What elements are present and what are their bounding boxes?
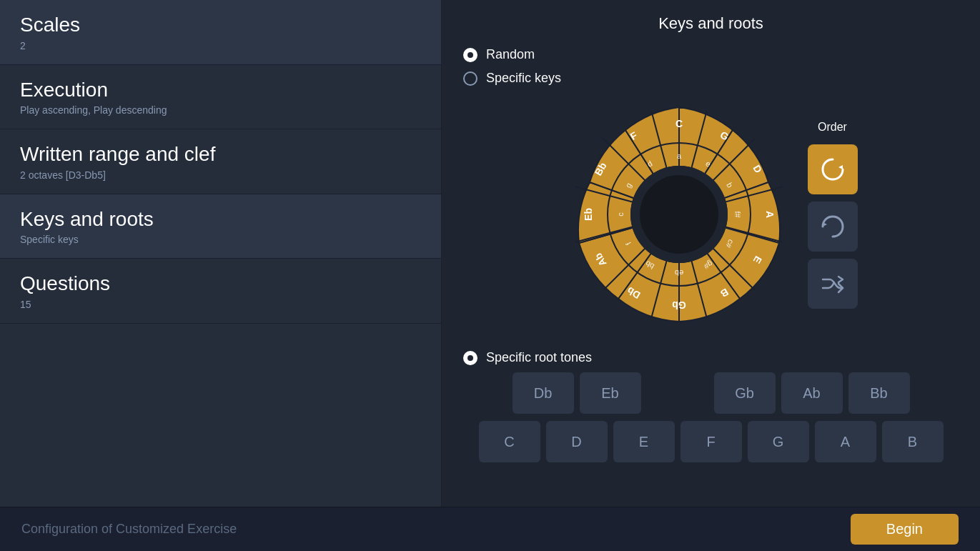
sidebar-execution-subtitle: Play ascending, Play descending	[20, 104, 421, 116]
radio-specific-indicator	[463, 71, 477, 86]
circle-of-fifths[interactable]: C G D A E B Gb Db	[565, 100, 793, 329]
radio-random-indicator	[463, 48, 477, 62]
sidebar-keys-title: Keys and roots	[20, 207, 421, 232]
tone-btn-ab[interactable]: Ab	[781, 372, 843, 414]
root-tones-row1: Db Eb Gb Ab Bb	[463, 372, 959, 414]
sidebar-item-questions[interactable]: Questions 15	[0, 259, 441, 324]
tone-btn-gb[interactable]: Gb	[714, 372, 776, 414]
sidebar-item-scales[interactable]: Scales 2	[0, 0, 441, 65]
order-panel: Order	[808, 121, 858, 309]
radio-specific-label: Specific keys	[486, 71, 561, 86]
svg-text:eb: eb	[674, 269, 683, 277]
radio-random-label: Random	[486, 47, 535, 62]
order-label: Order	[818, 121, 847, 134]
radio-random[interactable]: Random	[463, 47, 959, 62]
sidebar-item-written-range[interactable]: Written range and clef 2 octaves [D3-Db5…	[0, 129, 441, 194]
svg-text:Gb: Gb	[672, 299, 685, 311]
svg-text:a: a	[676, 152, 681, 160]
sidebar-scales-title: Scales	[20, 13, 421, 37]
sidebar-written-subtitle: 2 octaves [D3-Db5]	[20, 169, 421, 181]
radio-specific-root[interactable]: Specific root tones	[463, 350, 959, 365]
tone-btn-f[interactable]: F	[680, 421, 742, 462]
sidebar-questions-subtitle: 15	[20, 299, 421, 310]
tone-btn-db[interactable]: Db	[513, 372, 574, 414]
svg-text:Eb: Eb	[583, 208, 594, 221]
config-label: Configuration of Customized Exercise	[21, 522, 237, 537]
tone-btn-c[interactable]: C	[479, 421, 540, 462]
tone-btn-e[interactable]: E	[613, 421, 675, 462]
radio-root-label: Specific root tones	[486, 350, 592, 365]
tone-btn-a[interactable]: A	[815, 421, 876, 462]
sidebar: Scales 2 Execution Play ascending, Play …	[0, 0, 442, 507]
tone-btn-eb[interactable]: Eb	[580, 372, 641, 414]
circle-and-order-container: C G D A E B Gb Db	[463, 100, 959, 329]
svg-text:c: c	[616, 212, 625, 217]
begin-button[interactable]: Begin	[851, 514, 959, 545]
sidebar-keys-subtitle: Specific keys	[20, 234, 421, 245]
panel-title: Keys and roots	[463, 14, 959, 33]
tone-btn-bb[interactable]: Bb	[848, 372, 910, 414]
radio-group: Random Specific keys	[463, 47, 959, 86]
tone-btn-d[interactable]: D	[546, 421, 608, 462]
sidebar-execution-title: Execution	[20, 78, 421, 102]
root-tones-row2: C D E F G A B	[463, 421, 959, 462]
order-forward-button[interactable]	[808, 144, 858, 194]
bottom-bar: Configuration of Customized Exercise Beg…	[0, 507, 980, 551]
radio-specific[interactable]: Specific keys	[463, 71, 959, 86]
right-panel: Keys and roots Random Specific keys	[442, 0, 980, 507]
svg-text:A: A	[764, 211, 776, 218]
svg-point-41	[640, 175, 718, 254]
tone-btn-b[interactable]: B	[882, 421, 944, 462]
svg-text:C: C	[675, 118, 682, 129]
sidebar-item-keys-roots[interactable]: Keys and roots Specific keys	[0, 194, 441, 259]
sidebar-written-title: Written range and clef	[20, 142, 421, 167]
svg-marker-43	[823, 222, 827, 227]
svg-marker-42	[838, 165, 843, 169]
order-backward-button[interactable]	[808, 202, 858, 252]
sidebar-questions-title: Questions	[20, 272, 421, 296]
svg-text:f#: f#	[733, 211, 742, 218]
order-shuffle-button[interactable]	[808, 259, 858, 309]
sidebar-scales-subtitle: 2	[20, 40, 421, 51]
tone-btn-g[interactable]: G	[748, 421, 809, 462]
sidebar-item-execution[interactable]: Execution Play ascending, Play descendin…	[0, 65, 441, 130]
radio-root-indicator	[463, 351, 477, 365]
root-tones-section: Specific root tones Db Eb Gb Ab Bb C D E…	[463, 350, 959, 462]
